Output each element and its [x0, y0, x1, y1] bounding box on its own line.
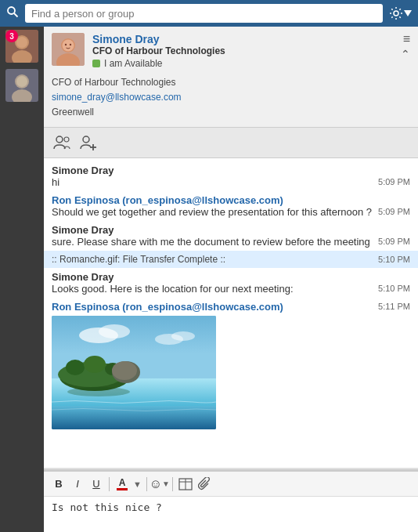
attach-file-button[interactable] — [196, 476, 213, 493]
sender-name-remote: Ron Espinosa (ron_espinosa@llshowcase.co… — [52, 301, 283, 313]
font-color-button[interactable]: A — [114, 476, 131, 493]
color-dropdown-arrow[interactable]: ▼ — [133, 480, 142, 489]
file-transfer-text: :: Romanche.gif: File Transfer Complete … — [52, 254, 225, 265]
profile-info: Simone Dray CFO of Harbour Technologies … — [92, 33, 393, 69]
sidebar: 3 — [0, 27, 44, 532]
msg-time: 5:09 PM — [378, 236, 410, 246]
message-block-image: Ron Espinosa (ron_espinosa@llshowcase.co… — [44, 298, 418, 432]
message-block: Simone Dray sure. Please share with me t… — [44, 221, 418, 251]
status-dot — [92, 60, 100, 67]
sidebar-contact-secondary[interactable] — [5, 69, 38, 102]
sender-name: Simone Dray — [52, 224, 410, 236]
svg-point-33 — [84, 356, 106, 373]
msg-row: sure. Please share with me the document … — [52, 236, 410, 248]
msg-time: 5:09 PM — [378, 176, 410, 186]
svg-point-25 — [99, 324, 130, 338]
profile-details: CFO of Harbour Technologies simone_dray@… — [44, 74, 418, 127]
svg-point-27 — [171, 331, 195, 341]
msg-text: hi — [52, 176, 372, 188]
sender-name: Simone Dray — [52, 271, 410, 283]
sender-name-remote: Ron Espinosa (ron_espinosa@llshowcase.co… — [52, 194, 410, 206]
add-contact-icon[interactable] — [78, 132, 99, 153]
location-detail: Greenwell — [52, 105, 410, 120]
svg-point-11 — [16, 76, 27, 87]
top-bar — [0, 0, 418, 27]
msg-text: Looks good. Here is the location for our… — [52, 283, 372, 295]
sidebar-contact-primary[interactable]: 3 — [5, 30, 38, 63]
svg-point-37 — [67, 387, 130, 396]
msg-row: Should we get together and review the pr… — [52, 206, 410, 218]
bold-button[interactable]: B — [50, 476, 67, 493]
right-panel: Simone Dray CFO of Harbour Technologies … — [44, 27, 418, 532]
email-detail[interactable]: simone_dray@llshowcase.com — [52, 90, 410, 105]
message-block: Ron Espinosa (ron_espinosa@llshowcase.co… — [44, 191, 418, 221]
profile-name: Simone Dray — [92, 33, 393, 45]
svg-point-7 — [16, 37, 27, 48]
main-layout: 3 — [0, 27, 418, 532]
svg-point-17 — [70, 44, 71, 45]
message-input-area[interactable] — [44, 496, 418, 532]
message-block: Simone Dray hi 5:09 PM — [44, 161, 418, 191]
status-text: I am Available — [104, 58, 163, 69]
beach-image — [52, 316, 216, 429]
insert-table-button[interactable] — [177, 476, 194, 493]
svg-point-19 — [64, 137, 69, 142]
profile-header: Simone Dray CFO of Harbour Technologies … — [44, 27, 418, 128]
msg-time: 5:10 PM — [378, 254, 410, 264]
svg-point-15 — [63, 40, 74, 52]
divider — [172, 477, 173, 491]
file-transfer-row: :: Romanche.gif: File Transfer Complete … — [44, 251, 418, 268]
search-input[interactable] — [25, 4, 383, 23]
profile-avatar — [52, 33, 85, 66]
contacts-icon[interactable] — [52, 132, 72, 153]
contact-badge: 3 — [5, 30, 18, 42]
svg-point-20 — [83, 136, 89, 143]
message-input[interactable] — [52, 501, 410, 525]
gear-button[interactable] — [389, 6, 412, 20]
chat-area[interactable]: Simone Dray hi 5:09 PM Ron Espinosa (ron… — [44, 158, 418, 468]
font-color-indicator: A — [117, 477, 128, 490]
divider — [109, 477, 110, 491]
svg-marker-3 — [404, 10, 412, 16]
underline-button[interactable]: U — [88, 476, 105, 493]
msg-text: Should we get together and review the pr… — [52, 206, 372, 218]
msg-time: 5:10 PM — [378, 283, 410, 293]
shared-image — [52, 316, 216, 429]
svg-point-32 — [66, 360, 85, 375]
svg-rect-29 — [52, 406, 216, 429]
icons-row — [44, 128, 418, 158]
italic-button[interactable]: I — [69, 476, 86, 493]
svg-point-18 — [56, 136, 63, 143]
emoji-button[interactable]: ☺ ▼ — [151, 476, 168, 493]
msg-header-row: Ron Espinosa (ron_espinosa@llshowcase.co… — [52, 301, 410, 313]
message-block: Simone Dray Looks good. Here is the loca… — [44, 268, 418, 298]
formatting-toolbar: B I U A ▼ ☺ ▼ — [44, 471, 418, 496]
svg-point-2 — [394, 11, 398, 16]
msg-row: Looks good. Here is the location for our… — [52, 283, 410, 295]
profile-actions: ≡ ⌃ — [401, 33, 410, 60]
profile-status: I am Available — [92, 58, 393, 69]
msg-row: hi 5:09 PM — [52, 176, 410, 188]
divider — [146, 477, 147, 491]
collapse-icon[interactable]: ⌃ — [401, 49, 410, 60]
scroll-indicator — [44, 468, 418, 471]
profile-title: CFO of Harbour Technologies — [92, 45, 393, 56]
sender-name: Simone Dray — [52, 165, 410, 176]
msg-time: 5:09 PM — [378, 206, 410, 216]
svg-line-1 — [14, 13, 18, 17]
msg-time: 5:11 PM — [378, 301, 410, 311]
search-icon — [6, 5, 19, 21]
company-detail: CFO of Harbour Technologies — [52, 75, 410, 90]
msg-text: sure. Please share with me the document … — [52, 236, 372, 248]
color-bar — [117, 488, 128, 490]
svg-point-0 — [8, 7, 15, 14]
menu-icon[interactable]: ≡ — [403, 33, 410, 45]
svg-point-36 — [112, 361, 137, 380]
svg-point-16 — [65, 44, 67, 45]
